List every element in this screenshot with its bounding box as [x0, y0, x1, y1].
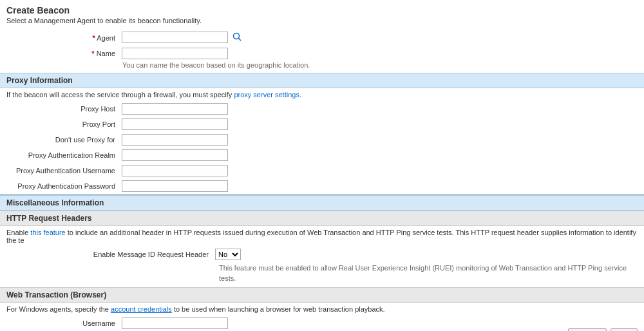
proxy-port-label: Proxy Port: [0, 117, 119, 132]
auth-realm-input-cell: [119, 147, 644, 163]
proxy-section-header: Proxy Information: [0, 73, 644, 88]
feature-note: This feature must be enabled to allow Re…: [0, 262, 644, 287]
agent-form-table: * Agent * Name: [0, 30, 644, 61]
enable-msg-row: Enable Message ID Request Header No Yes: [0, 247, 644, 262]
auth-realm-row: Proxy Authentication Realm: [0, 147, 644, 163]
svg-point-0: [234, 33, 240, 39]
http-headers-link[interactable]: this feature: [30, 229, 65, 236]
dont-use-proxy-label: Don't use Proxy for: [0, 132, 119, 147]
web-trans-username-row: Username: [0, 316, 644, 331]
proxy-port-row: Proxy Port: [0, 117, 644, 132]
proxy-host-label: Proxy Host: [0, 101, 119, 117]
agent-label: Agent: [97, 34, 115, 42]
name-input-cell: [119, 46, 644, 61]
name-row: * Name: [0, 46, 644, 61]
footer: Cancel OK: [562, 323, 644, 331]
misc-section-header: Miscellaneous Information: [0, 195, 644, 211]
name-label-cell: * Name: [0, 46, 119, 61]
agent-label-cell: * Agent: [0, 30, 119, 46]
web-trans-subsection-header: Web Transaction (Browser): [0, 287, 644, 303]
proxy-port-input-cell: [119, 117, 644, 132]
proxy-section-desc: If the beacon will access the service th…: [0, 88, 644, 101]
agent-input-cell: [119, 30, 644, 46]
web-trans-form-table: Username Password: [0, 316, 644, 331]
http-desc-enable-text: Enable: [6, 229, 30, 236]
page-title: Create Beacon: [0, 0, 644, 17]
web-trans-desc: For Windows agents, specify the account …: [0, 303, 644, 316]
http-headers-desc: Enable this feature to include an additi…: [0, 226, 644, 247]
enable-msg-select[interactable]: No Yes: [215, 249, 241, 260]
proxy-form-table: Proxy Host Proxy Port Don't use Proxy fo…: [0, 101, 644, 194]
auth-username-label: Proxy Authentication Username: [0, 163, 119, 178]
auth-username-input[interactable]: [122, 165, 228, 176]
name-hint: You can name the beacon based on its geo…: [0, 61, 644, 73]
auth-password-input[interactable]: [122, 180, 228, 192]
account-credentials-link[interactable]: account credentials: [111, 305, 172, 313]
name-input[interactable]: [122, 48, 228, 59]
proxy-host-input-cell: [119, 101, 644, 117]
agent-row: * Agent: [0, 30, 644, 46]
svg-line-1: [239, 39, 242, 41]
auth-realm-label: Proxy Authentication Realm: [0, 147, 119, 163]
auth-username-row: Proxy Authentication Username: [0, 163, 644, 178]
cancel-button[interactable]: Cancel: [568, 328, 607, 331]
proxy-port-input[interactable]: [122, 118, 228, 130]
dont-use-proxy-input-cell: [119, 132, 644, 147]
page-container: Create Beacon Select a Management Agent …: [0, 0, 644, 331]
enable-msg-label: Enable Message ID Request Header: [0, 247, 213, 262]
proxy-host-input[interactable]: [122, 103, 228, 115]
ok-button[interactable]: OK: [611, 328, 638, 331]
http-headers-subsection-header: HTTP Request Headers: [0, 211, 644, 226]
auth-username-input-cell: [119, 163, 644, 178]
page-subtitle: Select a Management Agent to enable its …: [0, 17, 644, 30]
agent-input[interactable]: [122, 32, 228, 43]
auth-password-input-cell: [119, 178, 644, 194]
dont-use-proxy-row: Don't use Proxy for: [0, 132, 644, 147]
web-trans-username-input[interactable]: [122, 317, 228, 329]
enable-msg-table: Enable Message ID Request Header No Yes: [0, 247, 644, 262]
auth-password-label: Proxy Authentication Password: [0, 178, 119, 194]
proxy-host-row: Proxy Host: [0, 101, 644, 117]
auth-password-row: Proxy Authentication Password: [0, 178, 644, 194]
required-star: *: [93, 34, 95, 42]
name-label: Name: [97, 50, 115, 57]
proxy-settings-link[interactable]: proxy server settings.: [234, 91, 301, 99]
name-required-star: *: [91, 50, 94, 57]
web-trans-username-label: Username: [0, 316, 119, 331]
dont-use-proxy-input[interactable]: [122, 134, 228, 146]
search-icon[interactable]: [232, 35, 242, 44]
auth-realm-input[interactable]: [122, 149, 228, 161]
enable-msg-select-cell: No Yes: [213, 247, 644, 262]
